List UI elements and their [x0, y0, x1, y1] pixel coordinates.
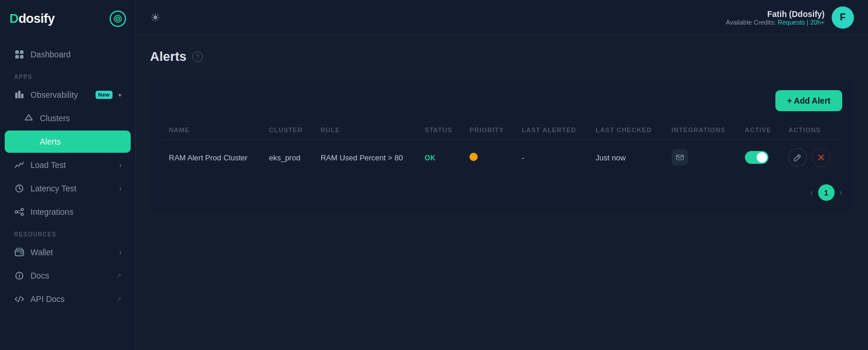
sidebar-item-load-test[interactable]: Load Test ›: [5, 154, 131, 176]
col-last-alerted: LAST ALERTED: [515, 121, 588, 140]
sidebar-item-wallet[interactable]: Wallet ›: [5, 241, 131, 263]
sidebar-item-integrations[interactable]: Integrations: [5, 201, 131, 223]
svg-point-12: [15, 211, 18, 213]
svg-line-24: [798, 156, 799, 157]
cell-rule: RAM Used Percent > 80: [314, 140, 418, 176]
api-docs-label: API Docs: [30, 294, 110, 304]
svg-rect-5: [15, 55, 19, 59]
svg-rect-18: [21, 253, 22, 254]
cell-name: RAM Alert Prod Cluster: [162, 140, 262, 176]
table-header-row: NAME CLUSTER RULE STATUS PRIORITY LAST A…: [162, 121, 842, 140]
toggle-control[interactable]: [745, 151, 768, 164]
chevron-right-icon: ›: [120, 162, 121, 169]
prev-page-arrow[interactable]: ‹: [810, 187, 813, 198]
user-info: Fatih (Ddosify) Available Credits: Reque…: [726, 9, 825, 26]
col-actions: ACTIONS: [781, 121, 842, 140]
integrations-icon: [14, 207, 25, 217]
cell-last-alerted: -: [515, 140, 588, 176]
wallet-label: Wallet: [30, 248, 114, 257]
logo-text: Ddosify: [9, 11, 55, 26]
sidebar-item-clusters[interactable]: Clusters: [5, 107, 131, 129]
api-docs-icon: [14, 294, 25, 304]
integrations-label: Integrations: [30, 207, 121, 217]
credits-link[interactable]: Requests | 20h+: [778, 19, 825, 26]
chevron-right-icon-3: ›: [120, 249, 121, 256]
docs-label: Docs: [30, 271, 110, 280]
sidebar: Ddosify Dashboard APPS: [0, 0, 136, 350]
active-toggle[interactable]: [745, 151, 775, 164]
sidebar-item-latency-test[interactable]: Latency Test ›: [5, 177, 131, 200]
svg-rect-6: [20, 55, 23, 59]
apps-section-label: APPS: [0, 67, 135, 83]
current-page-button[interactable]: 1: [818, 184, 835, 201]
svg-rect-9: [21, 94, 23, 98]
topbar: ☀ Fatih (Ddosify) Available Credits: Req…: [136, 0, 868, 35]
cell-priority: [462, 140, 515, 176]
sidebar-item-api-docs[interactable]: API Docs ↗: [5, 288, 131, 310]
svg-rect-7: [15, 92, 18, 98]
svg-rect-17: [15, 250, 23, 256]
svg-rect-8: [18, 91, 21, 98]
col-cluster: CLUSTER: [262, 121, 314, 140]
cell-last-checked: Just now: [588, 140, 664, 176]
external-link-icon-2: ↗: [116, 296, 121, 303]
chevron-down-icon: ▾: [118, 92, 121, 98]
pagination-row: ‹ 1 ›: [162, 184, 842, 201]
help-icon[interactable]: ?: [192, 52, 203, 62]
user-credits: Available Credits: Requests | 20h+: [726, 19, 825, 26]
sidebar-item-observability[interactable]: Observability New ▾: [5, 84, 131, 106]
content-area: Alerts ? + Add Alert NAME CLUSTER RULE S…: [136, 35, 868, 350]
cell-cluster: eks_prod: [262, 140, 314, 176]
dashboard-label: Dashboard: [30, 50, 121, 59]
latency-test-label: Latency Test: [30, 184, 114, 193]
col-active: ACTIVE: [738, 121, 782, 140]
topbar-left: ☀: [150, 11, 161, 25]
target-icon[interactable]: [110, 11, 126, 27]
col-rule: RULE: [314, 121, 418, 140]
col-status: STATUS: [418, 121, 463, 140]
alerts-table-container: + Add Alert NAME CLUSTER RULE STATUS PRI…: [150, 78, 854, 212]
alerts-label: Alerts: [40, 137, 121, 146]
edit-button[interactable]: [788, 148, 807, 167]
delete-button[interactable]: [812, 148, 830, 167]
latency-test-icon: [14, 183, 25, 194]
new-badge: New: [96, 91, 113, 99]
table-row: RAM Alert Prod Cluster eks_prod RAM Used…: [162, 140, 842, 176]
docs-icon: [14, 270, 25, 281]
svg-rect-3: [15, 50, 19, 54]
observability-icon: [14, 90, 25, 100]
alerts-table: NAME CLUSTER RULE STATUS PRIORITY LAST A…: [162, 121, 842, 175]
col-name: NAME: [162, 121, 262, 140]
cell-status: OK: [418, 140, 463, 176]
svg-line-15: [18, 210, 21, 211]
avatar[interactable]: F: [832, 6, 854, 29]
load-test-label: Load Test: [30, 160, 114, 170]
load-test-icon: [14, 160, 25, 170]
svg-line-22: [18, 296, 21, 302]
sidebar-item-dashboard[interactable]: Dashboard: [5, 43, 131, 66]
mail-integration-icon[interactable]: [672, 149, 688, 166]
svg-point-14: [21, 213, 23, 215]
wallet-icon: [14, 247, 25, 258]
cell-active: [738, 140, 782, 176]
resources-section-label: RESOURCES: [0, 224, 135, 240]
page-header: Alerts ?: [150, 49, 854, 64]
sidebar-item-alerts[interactable]: Alerts: [5, 131, 131, 153]
svg-marker-10: [25, 115, 32, 120]
svg-point-21: [19, 273, 20, 274]
alerts-dot-icon: [23, 136, 34, 147]
add-alert-button[interactable]: + Add Alert: [775, 90, 842, 111]
actions-cell: [788, 148, 835, 167]
next-page-arrow[interactable]: ›: [839, 187, 842, 198]
theme-icon[interactable]: ☀: [150, 11, 161, 25]
svg-line-16: [18, 212, 21, 214]
topbar-right: Fatih (Ddosify) Available Credits: Reque…: [726, 6, 854, 29]
priority-dot: [469, 153, 478, 161]
col-last-checked: LAST CHECKED: [588, 121, 664, 140]
sidebar-nav: Dashboard APPS Observability New ▾: [0, 37, 135, 350]
page-title: Alerts: [150, 49, 186, 64]
clusters-icon: [23, 113, 34, 123]
chevron-right-icon-2: ›: [120, 186, 121, 192]
sidebar-item-docs[interactable]: Docs ↗: [5, 265, 131, 287]
svg-point-13: [21, 208, 23, 211]
